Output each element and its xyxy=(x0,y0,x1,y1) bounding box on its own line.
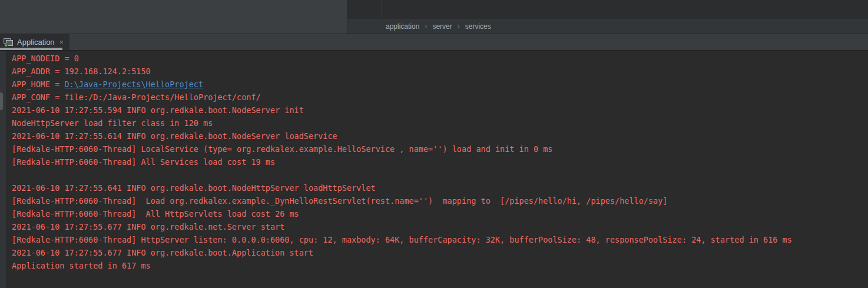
breadcrumb-separator-icon: › xyxy=(425,22,427,31)
editor-panel-empty xyxy=(0,0,347,34)
console-line: APP_NODEID = 0 xyxy=(0,52,868,65)
run-console-icon xyxy=(4,38,14,47)
console-line: 2021-06-10 17:27:55.614 INFO org.redkale… xyxy=(0,130,868,143)
console-line: APP_ADDR = 192.168.124.2:5150 xyxy=(0,65,868,78)
running-indicator-icon xyxy=(4,44,8,47)
breadcrumb-item-server[interactable]: server xyxy=(432,22,452,31)
console-lines: APP_NODEID = 0APP_ADDR = 192.168.124.2:5… xyxy=(0,52,868,272)
console-output: APP_NODEID = 0APP_ADDR = 192.168.124.2:5… xyxy=(0,51,868,288)
console-line: 2021-06-10 17:27:55.677 INFO org.redkale… xyxy=(0,220,868,233)
panel-divider xyxy=(382,0,382,19)
console-line: [Redkale-HTTP:6060-Thread] LocalService … xyxy=(0,143,868,155)
top-header: application › server › services xyxy=(0,0,868,34)
tab-close-icon[interactable]: × xyxy=(59,38,64,46)
run-toolwindow-tabstrip: Application × xyxy=(0,34,868,51)
console-line: 2021-06-10 17:27:55.677 INFO org.redkale… xyxy=(0,246,868,259)
console-line: Application started in 617 ms xyxy=(0,259,868,272)
breadcrumb-separator-icon: › xyxy=(458,22,460,31)
header-right-section: application › server › services xyxy=(347,0,868,34)
console-line xyxy=(0,168,868,181)
console-line: [Redkale-HTTP:6060-Thread] HttpServer li… xyxy=(0,233,868,246)
scrollbar-thumb[interactable] xyxy=(0,92,3,110)
breadcrumb-item-application[interactable]: application xyxy=(386,22,419,31)
console-line: [Redkale-HTTP:6060-Thread] All HttpServl… xyxy=(0,207,868,220)
console-line: 2021-06-10 17:27:55.594 INFO org.redkale… xyxy=(0,104,868,117)
breadcrumb: application › server › services xyxy=(347,19,868,34)
console-gutter xyxy=(0,51,6,288)
console-line: APP_HOME = D:\Java-Projects\HelloProject xyxy=(0,78,868,91)
ide-run-window: application › server › services Applicat… xyxy=(0,0,868,288)
file-path-link[interactable]: D:\Java-Projects\HelloProject xyxy=(64,80,203,89)
breadcrumb-item-services[interactable]: services xyxy=(465,22,491,31)
console-line: 2021-06-10 17:27:55.641 INFO org.redkale… xyxy=(0,181,868,194)
selected-tab-underline xyxy=(0,48,62,50)
tab-application-label: Application xyxy=(17,38,55,47)
console-line: [Redkale-HTTP:6060-Thread] All Services … xyxy=(0,155,868,168)
console-line: [Redkale-HTTP:6060-Thread] Load org.redk… xyxy=(0,194,868,207)
console-line: NodeHttpServer load filter class in 120 … xyxy=(0,117,868,130)
editor-top-strip xyxy=(347,0,868,19)
console-line: APP_CONF = file:/D:/Java-Projects/HelloP… xyxy=(0,91,868,104)
